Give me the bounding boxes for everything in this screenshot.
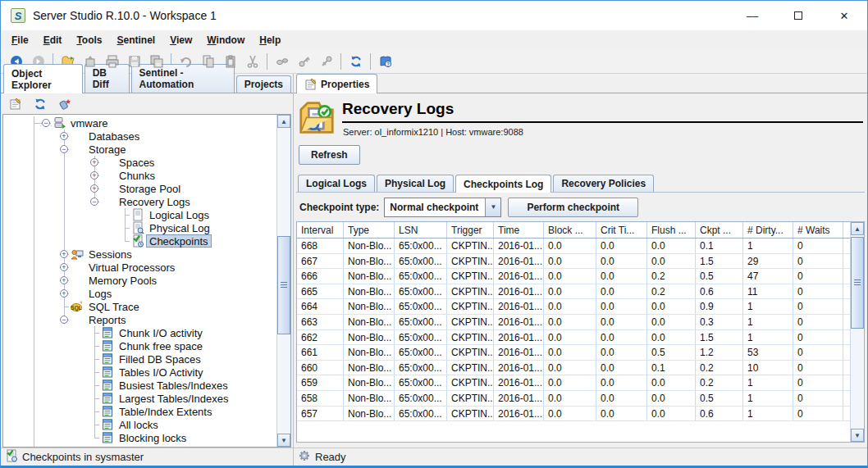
column-header-interval[interactable]: Interval [297, 222, 344, 238]
new-connection-button[interactable] [55, 95, 75, 113]
menu-window[interactable]: Window [199, 32, 252, 48]
table-row-interval-664[interactable]: 664Non-Blo...65:0x00...CKPTIN...2016-01.… [297, 299, 850, 315]
expand-handle-icon[interactable]: + [60, 289, 68, 298]
tree-item-storage[interactable]: −Storage [3, 143, 276, 156]
tab-logical-logs[interactable]: Logical Logs [298, 175, 375, 192]
chevron-down-icon[interactable]: ▼ [485, 198, 500, 216]
refresh-button[interactable] [345, 52, 367, 71]
checkpoint-type-select[interactable]: Normal checkpoint ▼ [384, 198, 501, 217]
expand-handle-icon[interactable]: + [60, 132, 68, 140]
table-scrollbar-thumb[interactable] [851, 237, 864, 329]
column-header-flush[interactable]: Flush ... [647, 222, 696, 238]
tree-scrollbar-thumb[interactable] [277, 236, 290, 334]
tree-item-busiest-tables-indexes[interactable]: Busiest Tables/Indexes [3, 379, 276, 392]
expand-handle-icon[interactable]: + [90, 171, 98, 179]
tab-physical-log[interactable]: Physical Log [377, 175, 454, 192]
properties-button[interactable] [6, 95, 25, 113]
sql-trace-icon: SQL [71, 300, 84, 313]
scroll-up-icon[interactable]: ▲ [851, 222, 864, 235]
minimize-button[interactable]: –– [729, 1, 775, 30]
collapse-handle-icon[interactable]: − [60, 145, 68, 153]
menu-sentinel[interactable]: Sentinel [110, 32, 163, 48]
table-row-interval-662[interactable]: 662Non-Blo...65:0x00...CKPTIN...2016-01.… [297, 330, 850, 346]
tab-checkpoints-log[interactable]: Checkpoints Log [455, 175, 551, 193]
expand-handle-icon[interactable]: + [90, 184, 98, 193]
tree-item-filled-db-spaces[interactable]: Filled DB Spaces [3, 352, 276, 366]
tab-properties[interactable]: Properties [296, 74, 377, 93]
table-row-interval-663[interactable]: 663Non-Blo...65:0x00...CKPTIN...2016-01.… [297, 315, 850, 330]
column-header-dirty[interactable]: # Dirty... [743, 222, 793, 238]
menu-view[interactable]: View [162, 32, 199, 48]
cell: 2016-01... [494, 284, 544, 299]
tab-object-explorer[interactable]: Object Explorer [3, 64, 83, 93]
tab-projects[interactable]: Projects [236, 75, 291, 93]
scroll-up-icon[interactable]: ▲ [277, 115, 290, 128]
tree-item-logs[interactable]: +Logs [3, 287, 276, 300]
table-row-interval-667[interactable]: 667Non-Blo...65:0x00...CKPTIN...2016-01.… [297, 254, 850, 270]
help-button[interactable]: ? [374, 52, 396, 71]
expand-handle-icon[interactable]: + [60, 276, 68, 284]
tree-item-blocking-locks[interactable]: Blocking locks [3, 431, 276, 444]
tree-item-physical-log[interactable]: Physical Log [3, 221, 276, 234]
tree-item-chunks[interactable]: +Chunks [3, 169, 276, 182]
tree-item-largest-tables-indexes[interactable]: Largest Tables/Indexes [3, 392, 276, 405]
tree-item-reports[interactable]: −Reports [3, 313, 276, 326]
menu-tools[interactable]: Tools [69, 32, 109, 48]
print-icon [106, 55, 119, 68]
right-status-text: Ready [315, 451, 346, 463]
tree-item-checkpoints[interactable]: Checkpoints [3, 234, 276, 248]
tree-scrollbar[interactable]: ▲ ▼ [276, 115, 290, 447]
scroll-down-icon[interactable]: ▼ [851, 429, 864, 442]
column-header-crit-ti[interactable]: Crit Ti... [596, 222, 647, 238]
table-row-interval-660[interactable]: 660Non-Blo...65:0x00...CKPTIN...2016-01.… [297, 361, 850, 376]
menu-help[interactable]: Help [252, 32, 288, 48]
perform-checkpoint-button[interactable]: Perform checkpoint [508, 198, 638, 217]
table-row-interval-657[interactable]: 657Non-Blo...65:0x00...CKPTIN...2016-01.… [297, 407, 850, 422]
tree-item-databases[interactable]: +Databases [3, 129, 276, 143]
toolbar-separator [267, 53, 267, 70]
table-row-interval-661[interactable]: 661Non-Blo...65:0x00...CKPTIN...2016-01.… [297, 345, 850, 361]
tree-item-sql-trace[interactable]: SQLSQL Trace [3, 300, 276, 313]
tree-item-memory-pools[interactable]: +Memory Pools [3, 274, 276, 287]
title-bar[interactable]: S Server Studio R.10.0 - Workspace 1 –– … [1, 1, 867, 30]
tree-item-sessions[interactable]: +Sessions [3, 248, 276, 261]
tree-item-spaces[interactable]: +Spaces [3, 156, 276, 169]
table-row-interval-658[interactable]: 658Non-Blo...65:0x00...CKPTIN...2016-01.… [297, 391, 850, 407]
column-header-trigger[interactable]: Trigger [447, 222, 494, 238]
menu-file[interactable]: File [4, 32, 36, 48]
column-header-time[interactable]: Time [494, 222, 544, 238]
collapse-handle-icon[interactable]: − [42, 119, 50, 127]
tree-item-vmware[interactable]: −vmware [3, 116, 276, 129]
expand-handle-icon[interactable]: + [60, 263, 68, 271]
table-scrollbar[interactable]: ▲ ▼ [850, 222, 864, 442]
column-header-block[interactable]: Block ... [544, 222, 596, 238]
tree-item-logical-logs[interactable]: Logical Logs [3, 208, 276, 221]
tree-item-all-locks[interactable]: All locks [3, 418, 276, 431]
tree-item-chunk-free-space[interactable]: Chunk free space [3, 339, 276, 352]
tab-recovery-policies[interactable]: Recovery Policies [553, 175, 654, 192]
menu-edit[interactable]: Edit [36, 32, 70, 48]
close-button[interactable]: ✕ [821, 1, 867, 30]
column-header-lsn[interactable]: LSN [395, 222, 447, 238]
scroll-down-icon[interactable]: ▼ [277, 434, 290, 447]
tree-item-chunk-i-o-activity[interactable]: Chunk I/O activity [3, 326, 276, 339]
refresh-button[interactable] [30, 95, 50, 113]
expand-handle-icon[interactable]: + [60, 250, 68, 258]
table-row-interval-665[interactable]: 665Non-Blo...65:0x00...CKPTIN...2016-01.… [297, 284, 850, 300]
table-row-interval-659[interactable]: 659Non-Blo...65:0x00...CKPTIN...2016-01.… [297, 375, 850, 391]
column-header-waits[interactable]: # Waits [793, 222, 843, 238]
tree-item-storage-pool[interactable]: +Storage Pool [3, 182, 276, 195]
column-header-type[interactable]: Type [344, 222, 395, 238]
table-row-interval-668[interactable]: 668Non-Blo...65:0x00...CKPTIN...2016-01.… [297, 239, 850, 254]
maximize-button[interactable] [775, 1, 821, 30]
column-header-ckpt[interactable]: Ckpt ... [696, 222, 743, 238]
tree-item-recovery-logs[interactable]: −Recovery Logs [3, 195, 276, 208]
tree-item-tables-i-o-activity[interactable]: Tables I/O Activity [3, 366, 276, 379]
tree-item-table-index-extents[interactable]: Table/Index Extents [3, 405, 276, 418]
expand-handle-icon[interactable]: + [90, 158, 98, 166]
table-row-interval-666[interactable]: 666Non-Blo...65:0x00...CKPTIN...2016-01.… [297, 269, 850, 284]
refresh-button[interactable]: Refresh [299, 145, 360, 165]
tree-item-virtual-processors[interactable]: +Virtual Processors [3, 261, 276, 274]
collapse-handle-icon[interactable]: − [90, 198, 98, 206]
collapse-handle-icon[interactable]: − [60, 316, 68, 324]
